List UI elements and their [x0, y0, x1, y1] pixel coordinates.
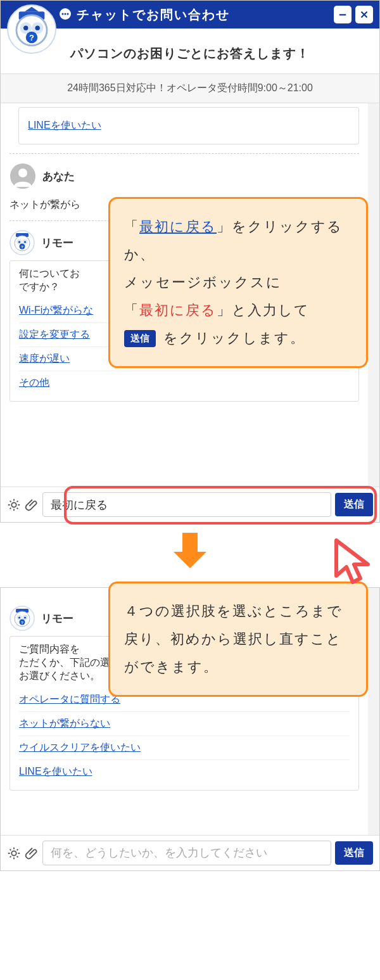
cursor-icon	[330, 537, 376, 594]
bot-name-label: リモー	[41, 611, 73, 626]
svg-point-23	[18, 241, 20, 243]
divider	[10, 153, 359, 154]
settings-button[interactable]	[7, 846, 21, 860]
speech-bubble-icon	[58, 7, 73, 22]
sub-header: パソコンのお困りごとにお答えします！	[1, 29, 379, 73]
highlight-box	[64, 486, 377, 525]
minimize-button[interactable]	[334, 6, 352, 23]
svg-point-6	[35, 25, 40, 30]
gear-icon	[7, 498, 21, 512]
svg-point-24	[24, 241, 26, 243]
bot-avatar-icon: ?	[10, 606, 35, 631]
chat-header-title: チャットでお問い合わせ	[58, 6, 230, 23]
bot-avatar-icon: ?	[10, 230, 35, 255]
user-name-label: あなた	[42, 169, 75, 184]
user-avatar-icon	[10, 163, 36, 189]
minimize-icon	[337, 9, 348, 20]
input-bar-1: 送信	[1, 487, 379, 522]
svg-marker-14	[371, 107, 376, 111]
option-link[interactable]: ネットが繋がらない	[19, 711, 350, 735]
svg-point-5	[23, 25, 28, 30]
chat-window-2: ４つの選択肢を選ぶところまで戻り、初めから選択し直すことができます。 ? リモー…	[0, 587, 380, 871]
svg-text:?: ?	[21, 245, 23, 249]
close-button[interactable]	[355, 6, 373, 23]
chat-header: チャットでお問い合わせ	[1, 1, 379, 29]
attach-button[interactable]	[25, 846, 39, 860]
svg-point-12	[67, 13, 69, 15]
bot-avatar-large: ?	[7, 4, 56, 54]
svg-rect-13	[339, 14, 346, 15]
paperclip-icon	[25, 498, 39, 512]
svg-point-38	[24, 617, 26, 619]
svg-point-11	[65, 13, 66, 15]
scroll-up-button[interactable]	[368, 103, 379, 115]
svg-point-27	[11, 502, 16, 507]
callout-link[interactable]: 最初に戻る	[139, 219, 217, 234]
scrollbar-thumb[interactable]	[368, 414, 379, 474]
svg-point-17	[18, 169, 27, 177]
annotation-callout-1: 「最初に戻る」をクリックするか、 メッセージボックスに 「最初に戻る」と入力して…	[108, 197, 368, 368]
svg-point-41	[11, 851, 16, 855]
option-link[interactable]: その他	[19, 371, 350, 395]
svg-marker-15	[371, 479, 376, 483]
input-bar-2: 送信	[1, 835, 379, 870]
settings-button[interactable]	[7, 498, 21, 512]
user-row: あなた	[10, 163, 359, 189]
attach-button[interactable]	[25, 498, 39, 512]
chat-window-1: ? チャットでお問い合わせ パソコンのお困りごとにお答えします！ 24時間365…	[0, 0, 380, 523]
message-input[interactable]	[42, 841, 331, 865]
bot-message-card: LINEを使いたい	[18, 107, 359, 144]
svg-text:?: ?	[21, 621, 23, 625]
svg-point-37	[18, 617, 20, 619]
svg-point-10	[62, 13, 64, 15]
option-line-link[interactable]: LINEを使いたい	[28, 114, 350, 137]
svg-marker-1	[25, 7, 39, 11]
inline-send-button: 送信	[124, 330, 156, 347]
option-link[interactable]: ウイルスクリアを使いたい	[19, 735, 350, 760]
down-arrow-icon	[174, 533, 206, 571]
scroll-down-button[interactable]	[368, 475, 379, 487]
svg-text:?: ?	[29, 33, 34, 42]
owl-mascot-icon: ?	[8, 6, 55, 53]
close-icon	[358, 9, 370, 20]
option-link[interactable]: LINEを使いたい	[19, 760, 350, 784]
bot-name-label: リモー	[41, 236, 73, 250]
send-button[interactable]: 送信	[335, 841, 373, 865]
gear-icon	[7, 846, 21, 860]
annotation-callout-2: ４つの選択肢を選ぶところまで戻り、初めから選択し直すことができます。	[108, 582, 368, 697]
hours-banner: 24時間365日対応中！オペレータ受付時間9:00～21:00	[1, 73, 379, 103]
paperclip-icon	[25, 846, 39, 860]
